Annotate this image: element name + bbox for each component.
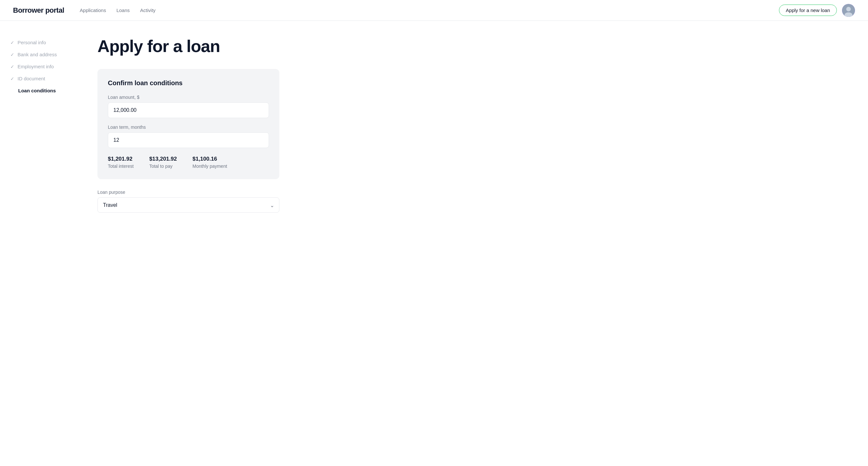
sidebar-item-id-document[interactable]: ✓ ID document: [10, 72, 68, 85]
avatar[interactable]: [842, 4, 855, 17]
check-icon-employment-info: ✓: [10, 64, 14, 69]
loan-conditions-card: Confirm loan conditions Loan amount, $ L…: [97, 69, 279, 179]
total-interest-value: $1,201.92: [108, 156, 133, 162]
monthly-payment-label: Monthly payment: [192, 164, 227, 169]
sidebar-item-personal-info[interactable]: ✓ Personal info: [10, 36, 68, 49]
sidebar-label-personal-info: Personal info: [18, 40, 46, 45]
sidebar-item-employment-info[interactable]: ✓ Employment info: [10, 60, 68, 72]
main-nav: Applications Loans Activity: [80, 7, 156, 13]
sidebar-item-bank-address[interactable]: ✓ Bank and address: [10, 49, 68, 60]
loan-purpose-label: Loan purpose: [97, 190, 279, 195]
loan-purpose-select[interactable]: Travel Home improvement Debt consolidati…: [97, 197, 279, 213]
sidebar-label-employment-info: Employment info: [18, 64, 54, 69]
header-left: Borrower portal Applications Loans Activ…: [13, 6, 156, 14]
sidebar: ✓ Personal info ✓ Bank and address ✓ Emp…: [0, 21, 78, 466]
sidebar-label-bank-address: Bank and address: [18, 52, 57, 57]
monthly-payment-value: $1,100.16: [192, 156, 227, 162]
loan-summary-row: $1,201.92 Total interest $13,201.92 Tota…: [108, 156, 269, 169]
loan-amount-group: Loan amount, $: [108, 95, 269, 118]
total-to-pay: $13,201.92 Total to pay: [149, 156, 177, 169]
loan-amount-label: Loan amount, $: [108, 95, 269, 100]
loan-purpose-section: Loan purpose Travel Home improvement Deb…: [97, 190, 279, 213]
svg-point-1: [846, 7, 851, 11]
loan-purpose-select-wrapper: Travel Home improvement Debt consolidati…: [97, 197, 279, 213]
total-to-pay-label: Total to pay: [149, 164, 177, 169]
sidebar-item-loan-conditions[interactable]: Loan conditions: [10, 85, 68, 96]
sidebar-label-id-document: ID document: [18, 76, 45, 81]
main-layout: ✓ Personal info ✓ Bank and address ✓ Emp…: [0, 21, 868, 466]
brand-name: Borrower portal: [13, 6, 64, 14]
loan-term-group: Loan term, months: [108, 124, 269, 148]
loan-term-input[interactable]: [108, 133, 269, 148]
apply-new-loan-button[interactable]: Apply for a new loan: [779, 5, 837, 16]
total-interest: $1,201.92 Total interest: [108, 156, 133, 169]
header-right: Apply for a new loan: [779, 4, 855, 17]
check-icon-id-document: ✓: [10, 76, 14, 81]
page-title: Apply for a loan: [97, 36, 351, 56]
sidebar-label-loan-conditions: Loan conditions: [18, 88, 56, 93]
check-icon-bank-address: ✓: [10, 52, 14, 57]
nav-activity[interactable]: Activity: [140, 7, 156, 13]
nav-loans[interactable]: Loans: [116, 7, 130, 13]
monthly-payment: $1,100.16 Monthly payment: [192, 156, 227, 169]
avatar-image: [842, 4, 855, 17]
loan-term-label: Loan term, months: [108, 124, 269, 130]
loan-amount-input[interactable]: [108, 103, 269, 118]
check-icon-personal-info: ✓: [10, 40, 14, 45]
main-content: Apply for a loan Confirm loan conditions…: [78, 21, 370, 466]
total-to-pay-value: $13,201.92: [149, 156, 177, 162]
total-interest-label: Total interest: [108, 164, 133, 169]
card-title: Confirm loan conditions: [108, 79, 269, 87]
header: Borrower portal Applications Loans Activ…: [0, 0, 868, 21]
nav-applications[interactable]: Applications: [80, 7, 106, 13]
